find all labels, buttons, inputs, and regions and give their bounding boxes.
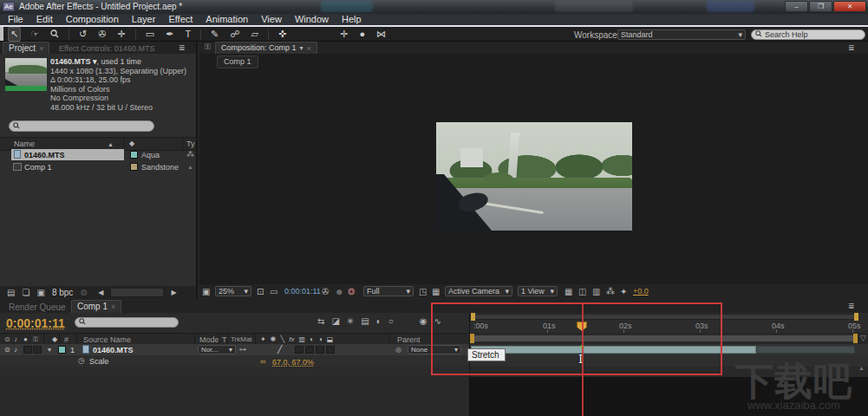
layer-quality-icon[interactable]: ╱ [277,346,282,354]
layer-stretch-region[interactable] [756,346,855,354]
project-row-footage[interactable]: 01460.MTS Aqua ⁂ [0,149,196,161]
interpret-footage-icon[interactable]: ▤ [7,289,15,297]
trash-icon[interactable]: ♲ [80,289,88,297]
show-channels-icon[interactable]: ❂ [348,288,355,296]
column-parent[interactable]: Parent [397,336,421,344]
mask-region-icon[interactable]: ▭ [270,288,277,296]
show-snapshot-icon[interactable]: ☻ [335,288,344,296]
grid-guides-icon[interactable]: ▦ [565,288,572,296]
menu-effect[interactable]: Effect [168,15,193,24]
type-tool-icon[interactable]: T [183,28,193,41]
minimize-button[interactable]: – [785,1,808,12]
workspace-dropdown[interactable]: Standard▾ [617,29,746,40]
bit-depth[interactable]: 8 bpc [52,289,73,297]
eraser-tool-icon[interactable]: ▱ [249,28,259,41]
render-indicator-icon[interactable]: ▥ [592,288,600,296]
scroll-left-icon[interactable]: ◀ [98,289,103,296]
layer-switch-box[interactable] [295,346,303,354]
resolution-dropdown[interactable]: Full▾ [363,286,414,296]
layer-video-icon[interactable]: ⊙ [4,347,10,354]
menu-animation[interactable]: Animation [206,15,248,24]
property-name[interactable]: Scale [89,358,109,366]
flowchart-icon[interactable]: ⁂ [606,288,615,296]
label-swatch-sandstone[interactable] [130,163,138,171]
layer-row[interactable]: ⊙ ♪ ▾ 1 01460.MTS Nor...▾ ⊶ ╱ ◎ None▾ [0,344,469,355]
column-type[interactable]: Ty [186,140,195,148]
pan-behind-tool-icon[interactable]: ✛ [116,28,127,41]
transparency-grid-icon[interactable]: ▦ [432,288,440,296]
motion-blur-icon[interactable]: ◐ [376,317,382,326]
tab-effect-controls[interactable]: Effect Controls: 01460.MTS [59,45,154,53]
scrollbar[interactable] [110,288,164,297]
column-source-name[interactable]: Source Name [83,336,131,344]
layer-label-swatch[interactable] [58,346,66,354]
layer-switch-box[interactable] [316,346,324,354]
rotation-tool-icon[interactable]: ↺ [77,28,88,41]
comp-mini-flowchart-icon[interactable]: ⇆ [317,317,324,326]
column-name[interactable]: Name [14,140,35,148]
snapshot-icon[interactable]: ✇ [322,288,329,296]
layer-solo-box[interactable] [23,346,32,354]
maximize-button[interactable]: ❐ [809,1,832,12]
magnification-dropdown[interactable]: 25%▾ [215,286,251,296]
zoom-tool-icon[interactable] [49,28,61,42]
close-icon[interactable]: × [111,302,115,311]
search-help-input[interactable]: Search Help [751,29,865,40]
clone-stamp-tool-icon[interactable]: ☍ [228,28,241,41]
selection-tool-icon[interactable]: ↖ [8,27,21,42]
layer-switch-box[interactable] [326,346,335,354]
comp-mini-tab[interactable]: Comp 1 [217,55,258,68]
panel-lock-icon[interactable]: ⚿ [205,43,211,51]
label-swatch-aqua[interactable] [130,151,138,159]
tab-composition[interactable]: Composition: Comp 1 ▾ × [215,42,317,54]
draft-3d-icon[interactable]: ◪ [331,317,339,326]
row-name[interactable]: Comp 1 [24,164,52,172]
brush-tool-icon[interactable]: ✎ [209,28,220,41]
new-composition-icon[interactable]: ▣ [36,289,44,297]
parent-pickwhip-icon[interactable]: ◎ [395,347,401,354]
close-button[interactable]: ✕ [833,1,866,12]
view-dropdown[interactable]: Active Camera▾ [445,286,512,296]
panel-menu-icon[interactable]: ≣ [848,44,855,52]
menu-file[interactable]: File [8,15,23,24]
frame-blending-icon[interactable]: ▤ [361,317,369,326]
project-row-comp[interactable]: Comp 1 Sandstone ▲ [0,161,196,173]
constrain-link-icon[interactable]: ∞ [260,357,265,366]
column-t[interactable]: T [222,336,227,344]
comp-marker-bin-icon[interactable]: ▽ [860,335,866,342]
chevron-down-icon[interactable]: ▾ [300,45,303,52]
layer-lock-box[interactable] [33,346,42,354]
work-area-end-handle[interactable] [854,313,858,321]
close-icon[interactable]: × [39,44,43,53]
scale-value[interactable]: 67.0, 67.0% [272,358,314,367]
pen-tool-icon[interactable]: ✒ [164,28,175,41]
comp-timecode[interactable]: 0:00:01:11 [284,288,321,296]
menu-view[interactable]: View [261,15,282,24]
blend-mode-dropdown[interactable]: Nor...▾ [198,345,236,354]
menu-composition[interactable]: Composition [66,15,119,24]
brainstorm-icon[interactable]: ○ [388,317,394,326]
roi-icon[interactable]: ◳ [419,288,427,296]
puppet-pin-tool-icon[interactable]: ✜ [277,28,288,41]
menu-window[interactable]: Window [295,15,329,24]
live-update-icon[interactable]: ✳ [347,317,354,326]
row-name[interactable]: 01460.MTS [24,152,65,159]
timeline-search-input[interactable] [75,317,179,328]
layer-name[interactable]: 01460.MTS [93,347,134,354]
project-search-input[interactable] [9,120,154,132]
close-icon[interactable]: × [307,44,311,53]
scroll-right-icon[interactable]: ▶ [171,289,176,296]
property-row-scale[interactable]: ◷ Scale ∞ 67.0, 67.0% [0,355,469,367]
hand-tool-icon[interactable]: ☞ [29,28,41,41]
label-column-icon[interactable]: ◆ [129,140,134,147]
panel-menu-icon[interactable]: ≣ [848,302,855,310]
work-area-end-handle[interactable] [853,334,858,343]
column-mode[interactable]: Mode [199,336,219,344]
layer-switch-box[interactable] [305,346,314,354]
scroll-up-icon[interactable]: ▲ [187,164,193,170]
tab-project[interactable]: Project × [3,42,49,54]
panel-menu-icon[interactable]: ≣ [179,44,186,52]
menu-edit[interactable]: Edit [36,15,53,24]
camera-tool-icon[interactable]: ✇ [96,28,108,41]
tab-timeline-comp[interactable]: Comp 1 × [71,300,121,313]
